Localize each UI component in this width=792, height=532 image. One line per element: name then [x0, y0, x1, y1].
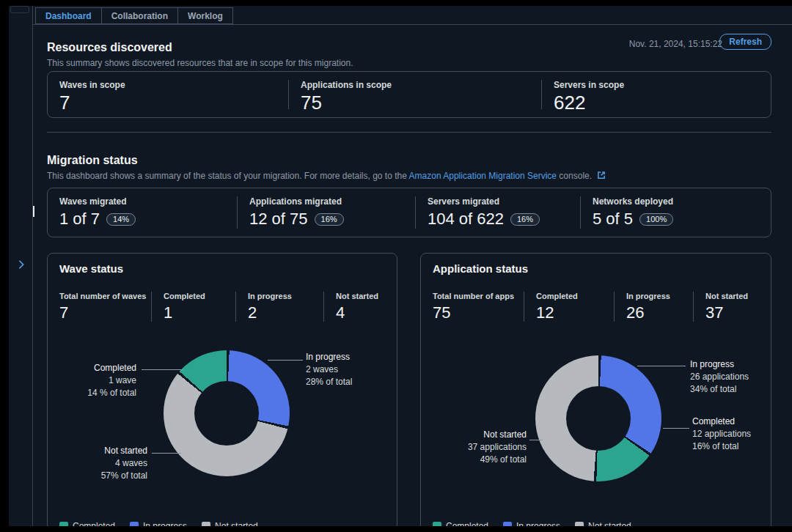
amazon-application-migration-service-link[interactable]: Amazon Application Migration Service: [409, 171, 557, 181]
migration-description-suffix: console.: [559, 171, 592, 181]
app-window: Dashboard Collaboration Worklog Resource…: [9, 6, 792, 526]
stat-value: 5 of 5: [593, 208, 633, 230]
stat-label: Not started: [705, 292, 759, 300]
leader-line: [637, 366, 686, 366]
stat-value: 622: [554, 92, 771, 114]
legend-label: Completed: [73, 521, 115, 526]
application-status-stats-row: Total number of apps 75 Completed 12 In …: [433, 292, 759, 322]
callout-in-progress: In progress 2 waves 28% of total: [306, 351, 394, 388]
application-status-donut-chart[interactable]: [535, 355, 661, 481]
stat-value: 7: [59, 304, 151, 322]
stat-label: Completed: [164, 292, 235, 300]
migration-section-description: This dashboard shows a summary of the st…: [47, 171, 606, 182]
migration-stats-panel: Waves migrated 1 of 7 14% Applications m…: [47, 188, 771, 237]
callout-line: 2 waves: [306, 363, 394, 376]
legend-item-not-started[interactable]: Not started: [202, 521, 258, 526]
tab-dashboard[interactable]: Dashboard: [35, 7, 102, 24]
chevron-right-icon: [16, 259, 26, 270]
wave-status-card-title: Wave status: [59, 262, 123, 275]
callout-line: 37 applications: [446, 441, 527, 454]
callout-not-started: Not started 4 waves 57% of total: [67, 445, 147, 482]
side-nav-header-stub: [10, 6, 29, 13]
stat-waves-in-scope: Waves in scope 7: [48, 80, 288, 109]
callout-line: 28% of total: [306, 376, 394, 388]
tab-bar: Dashboard Collaboration Worklog: [35, 7, 233, 24]
legend-label: Not started: [588, 521, 631, 526]
refresh-button[interactable]: Refresh: [719, 34, 771, 50]
wave-stat-not-started: Not started 4: [323, 292, 385, 322]
legend-item-not-started[interactable]: Not started: [575, 521, 631, 526]
percentage-badge: 16%: [315, 213, 344, 226]
stat-value: 1 of 7: [59, 208, 100, 230]
application-status-card-title: Application status: [433, 262, 528, 275]
stat-value: 4: [336, 304, 385, 322]
app-stat-total: Total number of apps 75: [433, 292, 524, 322]
stat-value: 12: [536, 304, 614, 322]
legend-label: Completed: [446, 521, 488, 526]
legend-swatch-completed: [433, 522, 441, 526]
app-stat-in-progress: In progress 26: [614, 292, 693, 322]
legend-swatch-not-started: [575, 522, 584, 526]
screen: Dashboard Collaboration Worklog Resource…: [0, 0, 792, 532]
stat-applications-migrated: Applications migrated 12 of 75 16%: [237, 196, 415, 229]
stat-value: 26: [626, 304, 693, 322]
stat-label: Waves migrated: [59, 196, 237, 207]
legend-swatch-not-started: [202, 522, 210, 526]
stat-label: Waves in scope: [59, 80, 288, 90]
legend-item-completed[interactable]: Completed: [433, 521, 488, 526]
callout-line: 16% of total: [692, 440, 780, 453]
legend-item-completed[interactable]: Completed: [59, 521, 115, 526]
app-stat-not-started: Not started 37: [693, 292, 759, 322]
callout-completed: Completed 12 applications 16% of total: [692, 415, 780, 453]
stat-label: Total number of waves: [59, 292, 151, 300]
external-link-icon[interactable]: [597, 171, 606, 180]
stat-value: 1: [164, 304, 235, 322]
leader-line: [268, 360, 303, 361]
open-side-nav-button[interactable]: [12, 256, 30, 273]
stat-label: Not started: [336, 292, 385, 300]
app-stat-completed: Completed 12: [524, 292, 614, 322]
callout-line: Completed: [692, 415, 780, 428]
stat-value: 12 of 75: [249, 208, 308, 230]
resources-section-title: Resources discovered: [47, 41, 172, 54]
legend-label: In progress: [516, 521, 560, 526]
stat-label: In progress: [248, 292, 323, 300]
callout-line: Not started: [446, 429, 527, 441]
stat-label: Servers migrated: [428, 196, 580, 207]
legend-item-in-progress[interactable]: In progress: [503, 521, 560, 526]
callout-line: 12 applications: [692, 428, 780, 440]
migration-description-text: This dashboard shows a summary of the st…: [47, 171, 407, 181]
callout-in-progress: In progress 26 applications 34% of total: [690, 358, 778, 396]
stat-servers-in-scope: Servers in scope 622: [541, 80, 771, 109]
tab-bar-divider: [33, 24, 792, 25]
legend-item-in-progress[interactable]: In progress: [130, 521, 187, 526]
stat-applications-in-scope: Applications in scope 75: [288, 80, 541, 109]
callout-line: Not started: [67, 445, 147, 457]
stat-label: In progress: [626, 292, 693, 300]
legend-swatch-in-progress: [503, 522, 512, 526]
legend-swatch-completed: [59, 522, 68, 526]
legend-label: Not started: [215, 521, 258, 526]
stat-value: 7: [59, 92, 288, 114]
stat-label: Completed: [536, 292, 614, 300]
callout-line: In progress: [306, 351, 394, 363]
legend-label: In progress: [143, 521, 187, 526]
stat-value: 75: [301, 92, 541, 114]
resources-section-description: This summary shows discovered resources …: [47, 58, 353, 69]
stat-label: Servers in scope: [554, 80, 771, 90]
migration-section-title: Migration status: [47, 154, 138, 167]
callout-line: 4 waves: [67, 457, 147, 470]
wave-stat-total: Total number of waves 7: [59, 292, 151, 322]
tab-worklog[interactable]: Worklog: [178, 7, 233, 24]
last-refreshed-timestamp: Nov. 21, 2024, 15:15:22: [629, 39, 722, 49]
callout-line: In progress: [690, 358, 778, 371]
legend-swatch-in-progress: [130, 522, 139, 526]
section-divider: [47, 132, 771, 133]
stat-waves-migrated: Waves migrated 1 of 7 14%: [48, 196, 237, 229]
tab-collaboration[interactable]: Collaboration: [102, 7, 178, 24]
callout-line: 57% of total: [67, 470, 147, 482]
stat-value: 37: [705, 304, 759, 322]
callout-line: 26 applications: [690, 371, 778, 383]
percentage-badge: 14%: [106, 213, 136, 226]
stat-value: 2: [248, 304, 323, 322]
